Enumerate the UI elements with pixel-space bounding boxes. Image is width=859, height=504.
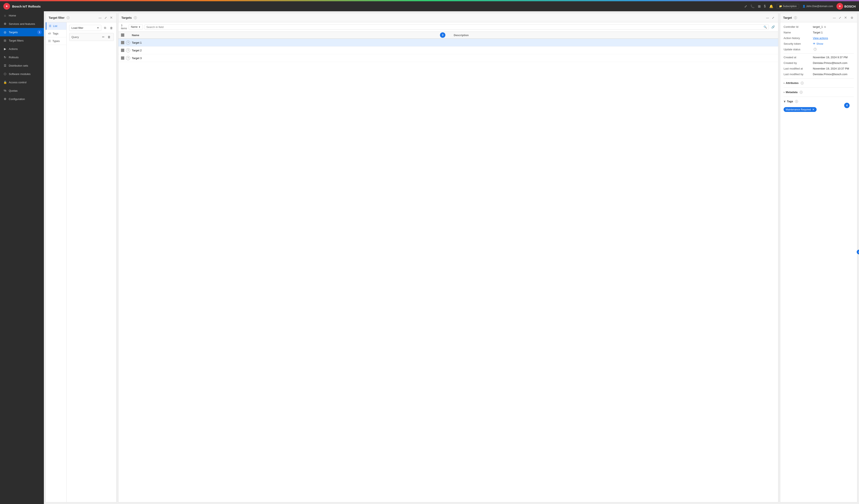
subnav-list[interactable]: ☰ List 2 bbox=[46, 22, 66, 30]
filter-copy-button[interactable]: ⧉ bbox=[103, 26, 107, 30]
home-icon: ⌂ bbox=[3, 14, 7, 17]
metadata-toggle[interactable]: › Metadata i bbox=[784, 90, 854, 95]
load-filter-row: Load filter ▼ ⧉ 🗑 bbox=[69, 25, 114, 31]
sidebar-item-access-control[interactable]: 🔒 Access control bbox=[0, 78, 44, 87]
view-actions-link[interactable]: View actions bbox=[813, 36, 854, 40]
update-status-info-icon[interactable]: ? bbox=[814, 48, 817, 51]
row2-checkbox[interactable] bbox=[121, 49, 124, 52]
last-modified-at-value: November 19, 2024 10:37 PM bbox=[813, 67, 854, 70]
sidebar-item-target-filters[interactable]: ⊟ Target filters bbox=[0, 36, 44, 45]
sidebar-label-home: Home bbox=[9, 14, 16, 17]
tags-info-icon[interactable]: i bbox=[795, 100, 798, 103]
filter-expand-button[interactable]: ⤢ bbox=[104, 16, 108, 20]
detail-close-button[interactable]: ✕ bbox=[843, 15, 848, 20]
sort-button[interactable]: Name ▼ bbox=[129, 25, 143, 29]
tags-toggle[interactable]: ∨ Tags i 4 bbox=[784, 99, 854, 104]
last-modified-by-label: Last modified by bbox=[784, 73, 813, 76]
detail-panel-header: Target i — ⤢ ✕ ⚙ bbox=[780, 13, 857, 22]
subscription-button[interactable]: 📁 Subscription bbox=[777, 4, 799, 9]
search-wrap: 🔍 bbox=[145, 25, 769, 30]
target-filter-title: Target filter i bbox=[49, 16, 70, 19]
targets-expand-button[interactable]: ⤢ bbox=[771, 16, 775, 20]
row2-help-icon[interactable]: ? bbox=[126, 48, 130, 52]
services-icon: ⚙ bbox=[3, 22, 7, 26]
detail-settings-button[interactable]: ⚙ bbox=[850, 16, 854, 20]
header-right: ⤢ 📞 ⊞ § 🔔 📁 Subscription 👤 John.Doe@doma… bbox=[744, 3, 856, 10]
search-link-button[interactable]: 🔗 bbox=[770, 25, 775, 29]
sidebar-label-access-control: Access control bbox=[9, 81, 27, 84]
bosch-logo-circle: ✦ bbox=[3, 3, 10, 10]
targets-table: Name 3 Description ? Target 1 ? Target 2 bbox=[118, 32, 778, 502]
detail-expand-button[interactable]: ⤢ bbox=[838, 16, 842, 20]
tag-remove-icon[interactable]: ✕ bbox=[812, 108, 814, 111]
targets-header: Targets i — ⤢ bbox=[118, 13, 778, 22]
row1-help-icon[interactable]: ? bbox=[126, 41, 130, 45]
table-row[interactable]: ? Target 3 bbox=[118, 54, 778, 62]
sidebar-item-configuration[interactable]: ⚙ Configuration bbox=[0, 95, 44, 103]
target-filter-header: Target filter i — ⤢ ✕ bbox=[46, 13, 116, 22]
header-checkbox[interactable] bbox=[121, 33, 124, 37]
detail-panel-body: Controller Id target_1 ⧉ Name Target 1 A… bbox=[780, 22, 857, 502]
table-row[interactable]: ? Target 2 bbox=[118, 47, 778, 54]
sidebar-item-software-modules[interactable]: ⬡ Software modules bbox=[0, 70, 44, 78]
filter-inner: ☰ List 2 🏷 Tags ☷ Types bbox=[46, 22, 116, 502]
lock-icon: 🔒 bbox=[3, 80, 7, 84]
controller-id-value: target_1 bbox=[813, 25, 823, 28]
row3-checkbox[interactable] bbox=[121, 56, 124, 60]
sidebar-item-rollouts[interactable]: ↻ Rollouts bbox=[0, 53, 44, 61]
sidebar: ⌂ Home ⚙ Services and features ◎ Targets… bbox=[0, 11, 44, 504]
subnav-types[interactable]: ☷ Types bbox=[46, 37, 66, 45]
bosch-brand-circle: ✦ bbox=[837, 3, 843, 10]
bell-icon[interactable]: 🔔 bbox=[769, 4, 773, 9]
filter-minimize-button[interactable]: — bbox=[98, 16, 102, 20]
folder-icon: 📁 bbox=[779, 5, 782, 8]
list-icon: ☰ bbox=[49, 25, 51, 28]
query-edit-button[interactable]: ✏ bbox=[101, 35, 106, 39]
currency-icon[interactable]: § bbox=[764, 4, 766, 8]
controller-id-label: Controller Id bbox=[784, 25, 813, 28]
filter-info-icon[interactable]: i bbox=[66, 16, 70, 19]
attributes-toggle[interactable]: › Attributes i bbox=[784, 80, 854, 86]
share-icon[interactable]: ⤢ bbox=[744, 4, 747, 9]
app-title: Bosch IoT Rollouts bbox=[12, 4, 41, 8]
targets-minimize-button[interactable]: — bbox=[765, 16, 770, 20]
step-badge-1: 1 bbox=[37, 30, 42, 34]
search-icon[interactable]: 🔍 bbox=[764, 26, 767, 29]
query-delete-button[interactable]: 🗑 bbox=[107, 35, 111, 39]
detail-minimize-button[interactable]: — bbox=[832, 16, 837, 20]
distribution-icon: ☰ bbox=[3, 64, 7, 67]
row3-help-icon[interactable]: ? bbox=[126, 56, 130, 60]
table-row[interactable]: ? Target 1 bbox=[118, 39, 778, 47]
search-input[interactable] bbox=[147, 26, 764, 29]
subnav-tags[interactable]: 🏷 Tags bbox=[46, 30, 66, 37]
copy-id-icon[interactable]: ⧉ bbox=[824, 26, 826, 28]
sidebar-item-targets[interactable]: ◎ Targets 1 bbox=[0, 28, 44, 36]
update-status-row: Update status ? bbox=[784, 48, 854, 51]
filter-close-button[interactable]: ✕ bbox=[109, 15, 114, 20]
sidebar-item-home[interactable]: ⌂ Home bbox=[0, 11, 44, 20]
sidebar-item-services[interactable]: ⚙ Services and features bbox=[0, 20, 44, 28]
tags-nav-icon: 🏷 bbox=[48, 32, 51, 35]
sidebar-item-actions[interactable]: ▶ Actions bbox=[0, 45, 44, 53]
sidebar-item-quotas[interactable]: % Quotas bbox=[0, 87, 44, 95]
phone-icon[interactable]: 📞 bbox=[750, 4, 755, 9]
load-filter-select[interactable]: Load filter ▼ bbox=[69, 25, 101, 31]
security-token-show[interactable]: 👁 Show bbox=[813, 42, 823, 45]
security-token-row: Security token 👁 Show bbox=[784, 42, 854, 45]
header-left: ✦ Bosch IoT Rollouts bbox=[3, 3, 41, 10]
targets-info-icon[interactable]: i bbox=[134, 16, 137, 19]
detail-panel-actions: — ⤢ ✕ ⚙ bbox=[832, 15, 854, 20]
col-name-header: Name 3 bbox=[132, 34, 454, 37]
query-actions: ✏ 🗑 bbox=[101, 35, 111, 39]
filter-delete-button[interactable]: 🗑 bbox=[109, 26, 114, 30]
col-desc-header: Description bbox=[454, 34, 775, 37]
detail-info-icon[interactable]: i bbox=[794, 16, 797, 19]
metadata-info-icon[interactable]: i bbox=[800, 91, 803, 94]
sidebar-item-distribution-sets[interactable]: ☰ Distribution sets bbox=[0, 61, 44, 70]
table-header: Name 3 Description bbox=[118, 32, 778, 39]
columns-icon[interactable]: ⊞ bbox=[758, 4, 760, 9]
row1-checkbox[interactable] bbox=[121, 41, 124, 44]
tags-content: Maintenance Required ✕ bbox=[784, 105, 854, 112]
attributes-info-icon[interactable]: i bbox=[801, 82, 804, 85]
target-filters-icon: ⊟ bbox=[3, 39, 7, 42]
